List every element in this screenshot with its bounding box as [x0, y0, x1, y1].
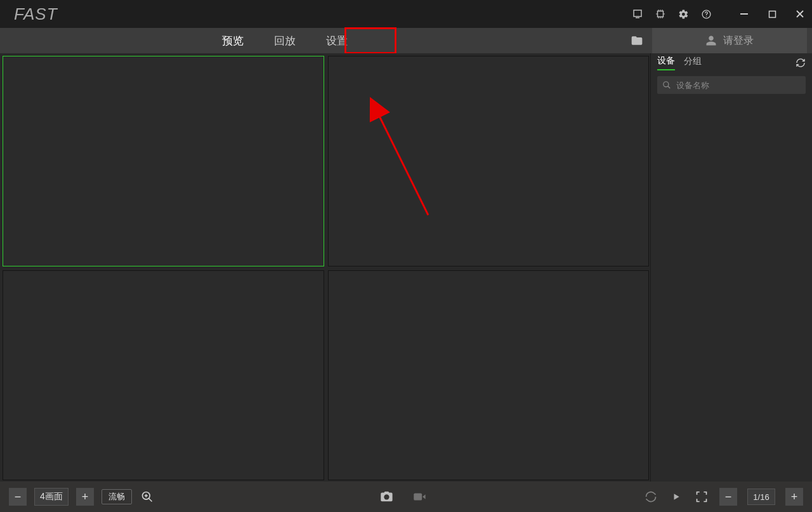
app-logo: FAST [14, 4, 58, 24]
video-cell-2[interactable] [328, 56, 650, 266]
svg-line-20 [668, 86, 671, 89]
page-prev-button[interactable]: − [719, 488, 737, 506]
main-area: 设备 分组 [0, 53, 812, 482]
svg-point-19 [664, 82, 669, 87]
help-icon[interactable] [700, 8, 712, 20]
device-search[interactable] [657, 76, 806, 94]
play-icon[interactable] [669, 489, 684, 504]
video-cell-4[interactable] [328, 270, 650, 481]
bottom-toolbar: − 4画面 + 流畅 − 1/16 + [0, 482, 812, 512]
device-search-input[interactable] [676, 81, 801, 90]
login-label: 请登录 [723, 34, 754, 48]
tab-settings[interactable]: 设置 [326, 30, 348, 52]
sidebar-tabs: 设备 分组 [651, 53, 812, 72]
titlebar-actions [632, 8, 806, 20]
user-icon [705, 35, 717, 46]
svg-marker-26 [422, 494, 426, 499]
zoom-in-icon[interactable] [140, 489, 155, 504]
folder-icon[interactable] [629, 33, 645, 48]
video-cell-3[interactable] [3, 270, 324, 481]
svg-marker-27 [674, 494, 679, 499]
svg-rect-14 [769, 11, 775, 17]
tab-playback[interactable]: 回放 [274, 30, 296, 52]
fullscreen-icon[interactable] [694, 489, 709, 504]
layout-label[interactable]: 4画面 [34, 488, 69, 506]
gear-icon[interactable] [678, 8, 689, 20]
svg-rect-0 [634, 10, 641, 16]
snapshot-icon[interactable] [379, 489, 394, 504]
sidebar-tab-device[interactable]: 设备 [657, 55, 675, 70]
svg-point-12 [705, 16, 706, 16]
capture-controls [379, 489, 427, 504]
video-grid [0, 53, 650, 482]
video-cell-1[interactable] [3, 56, 324, 266]
layout-minus-button[interactable]: − [9, 488, 27, 506]
record-icon[interactable] [412, 489, 427, 504]
chip-icon[interactable] [655, 8, 666, 20]
main-tab-bar: 预览 回放 设置 请登录 [0, 28, 812, 53]
sidebar-tab-group[interactable]: 分组 [684, 56, 702, 70]
device-sidebar: 设备 分组 [650, 53, 812, 482]
tab-preview[interactable]: 预览 [222, 30, 244, 52]
window-controls [738, 8, 806, 20]
login-button[interactable]: 请登录 [652, 28, 807, 53]
title-bar: FAST [0, 0, 812, 28]
minimize-icon[interactable] [738, 8, 750, 20]
close-icon[interactable] [794, 8, 806, 20]
main-tabs: 预览 回放 设置 [222, 30, 348, 52]
svg-rect-25 [414, 494, 422, 501]
stream-quality[interactable]: 流畅 [102, 489, 132, 504]
layout-plus-button[interactable]: + [76, 488, 94, 506]
refresh-icon[interactable] [796, 58, 806, 68]
annotation-highlight [344, 27, 396, 54]
page-indicator: 1/16 [747, 489, 775, 505]
search-icon [662, 81, 671, 89]
screenboard-icon[interactable] [632, 8, 643, 20]
svg-rect-2 [658, 11, 664, 17]
maximize-icon[interactable] [766, 8, 778, 20]
cycle-icon[interactable] [643, 489, 658, 504]
page-next-button[interactable]: + [785, 488, 803, 506]
svg-line-22 [149, 499, 152, 502]
